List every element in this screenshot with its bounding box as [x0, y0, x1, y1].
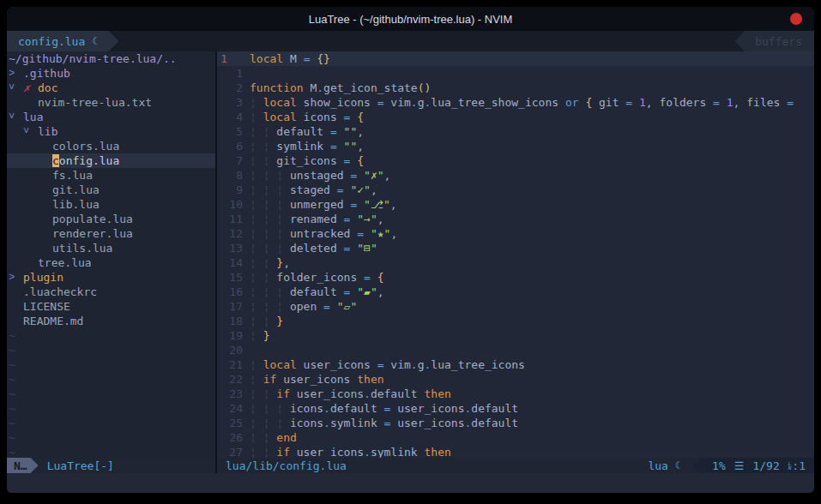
code-line[interactable]: 22¦ if user_icons then [217, 372, 814, 387]
indent-guide: ¦ [263, 183, 277, 196]
tree-row-populate-lua[interactable]: populate.lua [7, 212, 215, 226]
tree-row-lib[interactable]: ˅lib [7, 124, 215, 139]
tree-row--luacheckrc[interactable]: .luacheckrc [7, 285, 215, 299]
git-unstaged-icon: ✗ [23, 81, 38, 95]
tree-item-label: README.md [23, 314, 83, 328]
code-line[interactable]: 15¦ ¦ folder_icons = { [217, 270, 814, 285]
indent-guide: ¦ [263, 402, 277, 415]
tree-row-plugin[interactable]: ˃plugin [7, 270, 215, 285]
line-number: 16 [217, 285, 250, 299]
code-line[interactable]: 16¦ ¦ ¦ default = "▰", [217, 285, 814, 299]
chevron-down-icon[interactable]: ˅ [9, 110, 23, 124]
code-line[interactable]: 12¦ ¦ ¦ untracked = "★", [217, 226, 814, 241]
indent-guide: ¦ [263, 300, 277, 313]
code-line[interactable]: 5¦ ¦ default = "", [217, 124, 814, 139]
command-line[interactable] [7, 473, 814, 493]
code-line[interactable]: 6¦ ¦ symlink = "", [217, 139, 814, 153]
indent-guide: ¦ [250, 402, 263, 415]
close-button[interactable] [790, 13, 802, 25]
code-text: ¦ ¦ ¦ deleted = "⊟" [250, 241, 377, 255]
tree-row-nvim-tree-lua-txt[interactable]: nvim-tree-lua.txt [7, 95, 215, 110]
indent-guide: ¦ [250, 300, 263, 313]
indent-guide: ¦ [250, 242, 263, 255]
code-line[interactable]: 26¦ ¦ end [217, 430, 814, 445]
code-line[interactable]: 20 [217, 343, 814, 357]
code-line[interactable]: 7¦ ¦ git_icons = { [217, 153, 814, 168]
line-number: 7 [217, 153, 250, 168]
line-number: 27 [217, 445, 250, 458]
empty-line-tilde: ~ [7, 372, 215, 387]
code-line[interactable]: 19¦ } [217, 328, 814, 343]
line-number: 19 [217, 328, 250, 343]
indent-guide: ¦ [263, 227, 277, 240]
tree-row-lua[interactable]: ˅lua [7, 110, 215, 124]
code-line[interactable]: 3¦ local show_icons = vim.g.lua_tree_sho… [217, 95, 814, 110]
statusline-editor: lua/lib/config.lua lua ☾ 1% ☰ 1/92 LN :1 [217, 458, 814, 473]
code-line[interactable]: 13¦ ¦ ¦ deleted = "⊟" [217, 241, 814, 255]
tree-cursor: c [52, 154, 59, 167]
tree-row-fs-lua[interactable]: fs.lua [7, 168, 215, 183]
code-line[interactable]: 11¦ ¦ ¦ renamed = "→", [217, 212, 814, 226]
code-text: ¦ ¦ end [250, 430, 297, 445]
tree-row-config-lua[interactable]: config.lua [7, 153, 215, 168]
indent-guide: ¦ [263, 256, 277, 269]
chevron-down-icon[interactable]: ˅ [9, 81, 23, 95]
code-line[interactable]: 18¦ ¦ } [217, 314, 814, 328]
tree-row-colors-lua[interactable]: colors.lua [7, 139, 215, 153]
tree-root-path[interactable]: ~/github/nvim-tree.lua/.. [7, 51, 215, 66]
line-number: 22 [217, 372, 250, 387]
tree-row-doc[interactable]: ˅✗doc [7, 81, 215, 95]
nvim-window: LuaTree - (~/github/nvim-tree.lua) - NVI… [7, 7, 814, 493]
line-number: 3 [217, 95, 250, 110]
code-line[interactable]: 10¦ ¦ ¦ unmerged = "⎇", [217, 197, 814, 212]
tree-row-utils-lua[interactable]: utils.lua [7, 241, 215, 255]
code-editor-panel[interactable]: 1local M = {}12function M.get_icon_state… [217, 51, 814, 458]
code-line[interactable]: 9¦ ¦ ¦ staged = "✓", [217, 183, 814, 197]
file-tree-panel[interactable]: ~/github/nvim-tree.lua/..˃.github˅✗docnv… [7, 51, 215, 458]
statusline-position: 1% ☰ 1/92 LN :1 [691, 458, 814, 473]
indent-guide: ¦ [263, 285, 277, 298]
code-line[interactable]: 1 [217, 66, 814, 81]
indent-guide: ¦ [276, 402, 290, 415]
tree-row-lib-lua[interactable]: lib.lua [7, 197, 215, 212]
tree-row-git-lua[interactable]: git.lua [7, 183, 215, 197]
code-line[interactable]: 21¦ local user_icons = vim.g.lua_tree_ic… [217, 357, 814, 372]
empty-line-tilde: ~ [7, 387, 215, 401]
code-line[interactable]: 2function M.get_icon_state() [217, 81, 814, 95]
code-text: local M = {} [250, 51, 330, 66]
code-line[interactable]: 1local M = {} [217, 51, 814, 66]
code-text: ¦ } [250, 328, 269, 343]
chevron-right-icon[interactable]: ˃ [9, 270, 23, 285]
line-number: 8 [217, 168, 250, 183]
indent-guide: ¦ [250, 140, 263, 153]
code-line[interactable]: 4¦ local icons = { [217, 110, 814, 124]
tree-row-tree-lua[interactable]: tree.lua [7, 255, 215, 270]
tree-item-label: populate.lua [52, 212, 133, 226]
statusline-filetype: lua ☾ [648, 459, 681, 473]
code-text: ¦ ¦ folder_icons = { [250, 270, 384, 285]
line-number: 26 [217, 430, 250, 445]
indent-guide: ¦ [276, 227, 290, 240]
indent-guide: ¦ [276, 242, 290, 255]
tree-row-readme-md[interactable]: README.md [7, 314, 215, 328]
code-text: ¦ ¦ ¦ unmerged = "⎇", [250, 197, 397, 212]
tab-config-lua[interactable]: config.lua ☾ [7, 31, 119, 51]
tree-row--github[interactable]: ˃.github [7, 66, 215, 81]
code-line[interactable]: 25¦ ¦ ¦ icons.symlink = user_icons.defau… [217, 416, 814, 430]
code-line[interactable]: 14¦ ¦ }, [217, 255, 814, 270]
chevron-down-icon[interactable]: ˅ [23, 124, 38, 139]
code-line[interactable]: 8¦ ¦ ¦ unstaged = "✗", [217, 168, 814, 183]
main-split: ~/github/nvim-tree.lua/..˃.github˅✗docnv… [7, 51, 814, 458]
line-number: 20 [217, 343, 250, 357]
line-number: 11 [217, 212, 250, 226]
tree-item-label: ~/github/nvim-tree.lua/.. [9, 51, 177, 66]
code-text: function M.get_icon_state() [250, 81, 431, 95]
code-line[interactable]: 17¦ ¦ ¦ open = "▱" [217, 299, 814, 314]
code-line[interactable]: 24¦ ¦ ¦ icons.default = user_icons.defau… [217, 401, 814, 416]
buffers-label[interactable]: buffers [734, 31, 814, 51]
tree-row-license[interactable]: LICENSE [7, 299, 215, 314]
tree-row-renderer-lua[interactable]: renderer.lua [7, 226, 215, 241]
chevron-right-icon[interactable]: ˃ [9, 66, 23, 81]
code-line[interactable]: 27¦ ¦ if user_icons.symlink then [217, 445, 814, 458]
code-line[interactable]: 23¦ ¦ if user_icons.default then [217, 387, 814, 401]
